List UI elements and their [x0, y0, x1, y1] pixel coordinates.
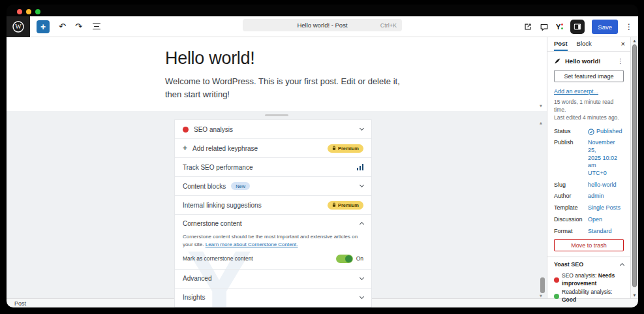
sidebar-scrollbar: ▲ ▼	[630, 37, 638, 298]
editor-scrollbar-down-arrow[interactable]: ▼	[540, 104, 542, 108]
yoast-seo-panel-header[interactable]: Yoast SEO	[554, 257, 624, 271]
post-paragraph[interactable]: Welcome to WordPress. This is your first…	[165, 75, 459, 101]
chevron-up-icon	[360, 222, 364, 227]
metabox-scrollbar-down-arrow[interactable]: ▼	[540, 294, 542, 298]
readability-analysis-result: Readability analysis: Good	[554, 289, 624, 304]
breadcrumb[interactable]: Post	[14, 300, 26, 307]
publish-value[interactable]: November 25, 2025 10:02 am UTC+0	[588, 139, 624, 177]
post-icon	[554, 57, 561, 65]
move-to-trash-button[interactable]: Move to trash	[554, 239, 624, 251]
cornerstone-toggle-state: On	[356, 255, 363, 262]
field-author: Author admin	[554, 193, 624, 200]
yoast-seo-button[interactable]: Y	[556, 23, 563, 31]
field-status: Status Published	[554, 128, 624, 136]
minimize-window-button[interactable]	[26, 9, 31, 14]
section-label: Advanced	[183, 275, 211, 282]
block-inserter-button[interactable]: +	[37, 20, 50, 33]
save-button[interactable]: Save	[592, 20, 618, 34]
sidebar-scrollbar-thumb[interactable]	[632, 44, 637, 287]
section-label: Internal linking suggestions	[183, 202, 262, 209]
cornerstone-toggle[interactable]	[336, 255, 353, 263]
post-actions-menu-button[interactable]: ⋮	[617, 57, 624, 65]
close-sidebar-button[interactable]: ×	[621, 40, 625, 48]
redo-button[interactable]: ↷	[75, 22, 82, 31]
options-menu-button[interactable]: ⋮	[625, 22, 633, 31]
author-value[interactable]: admin	[588, 193, 604, 200]
document-title: Hello world! - Post	[297, 22, 347, 29]
field-format: Format Standard	[554, 228, 624, 236]
add-excerpt-link[interactable]: Add an excerpt...	[554, 88, 598, 95]
cornerstone-learn-more-link[interactable]: Learn more about Cornerstone Content.	[206, 242, 298, 247]
tab-block[interactable]: Block	[577, 37, 592, 51]
section-label: Cornerstone content	[183, 220, 242, 227]
discussion-value[interactable]: Open	[588, 216, 602, 224]
metabox-scrollbar-up-arrow[interactable]: ▲	[540, 121, 542, 125]
metabox-scrollbar-thumb[interactable]	[540, 277, 545, 293]
metabox-resize-handle[interactable]	[265, 114, 288, 116]
maximize-window-button[interactable]	[35, 9, 40, 14]
chevron-up-icon	[620, 263, 624, 268]
advanced-section[interactable]: Advanced	[175, 270, 371, 288]
svg-text:W: W	[15, 23, 22, 30]
undo-button[interactable]: ↶	[59, 22, 66, 31]
status-value[interactable]: Published	[588, 128, 622, 136]
external-link-icon	[523, 22, 532, 31]
yoast-red-dot-icon	[561, 24, 563, 25]
section-label: Add related keyphrase	[192, 145, 258, 152]
yoast-seo-metabox: Y SEO analysis + Add related keyphrase	[174, 119, 372, 307]
view-post-button[interactable]	[523, 22, 532, 31]
insights-section[interactable]: Insights	[175, 289, 371, 307]
scroll-up-arrow[interactable]: ▲	[631, 39, 638, 42]
slug-value[interactable]: hello-world	[588, 181, 617, 189]
section-label: SEO analysis	[194, 126, 233, 133]
seo-analysis-result: SEO analysis: Needs improvement	[554, 272, 624, 287]
published-check-icon	[588, 129, 594, 135]
format-value[interactable]: Standard	[588, 228, 612, 236]
chevron-down-icon	[360, 294, 364, 299]
template-value[interactable]: Single Posts	[588, 204, 621, 212]
cornerstone-content-body: Cornerstone content should be the most i…	[175, 232, 371, 269]
document-overview-button[interactable]	[93, 24, 100, 30]
field-discussion: Discussion Open	[554, 216, 624, 224]
readability-green-dot-icon	[554, 294, 559, 299]
field-slug: Slug hello-world	[554, 181, 624, 189]
scroll-down-arrow[interactable]: ▼	[631, 293, 638, 297]
post-summary-card: Hello world! ⋮	[554, 57, 624, 65]
post-editor-surface[interactable]: Hello world! Welcome to WordPress. This …	[7, 37, 547, 111]
editor-canvas: Hello world! Welcome to WordPress. This …	[7, 37, 547, 298]
browser-window: W + ↶ ↷ Hello world! - Post Ctrl+K	[7, 5, 638, 307]
content-blocks-section[interactable]: Content blocks New	[175, 177, 371, 195]
close-window-button[interactable]	[17, 9, 22, 14]
lock-icon	[332, 146, 336, 151]
chevron-down-icon	[360, 183, 364, 187]
cornerstone-toggle-label: Mark as cornerstone content	[183, 255, 253, 262]
settings-sidebar: Post Block × Hello world! ⋮ Set featured…	[547, 37, 630, 298]
internal-linking-suggestions-section[interactable]: Internal linking suggestions Premium	[175, 196, 371, 214]
command-palette-shortcut: Ctrl+K	[380, 22, 397, 29]
wordpress-logo[interactable]: W	[7, 16, 30, 37]
titlebar	[7, 5, 638, 16]
lock-icon	[332, 202, 336, 208]
field-template: Template Single Posts	[554, 204, 624, 212]
settings-sidebar-toggle[interactable]	[570, 20, 585, 34]
track-seo-performance-section[interactable]: Track SEO performance	[175, 158, 371, 176]
editor-toolbar: W + ↶ ↷ Hello world! - Post Ctrl+K	[7, 16, 638, 37]
command-palette[interactable]: Hello world! - Post Ctrl+K	[243, 19, 402, 31]
cornerstone-content-section[interactable]: Cornerstone content	[175, 215, 371, 232]
seo-analysis-section[interactable]: SEO analysis	[175, 120, 371, 138]
post-meta-info: 15 words, 1 minute read time. Last edite…	[554, 99, 624, 122]
field-publish: Publish November 25, 2025 10:02 am UTC+0	[554, 139, 624, 177]
comments-button[interactable]	[540, 22, 549, 31]
yoast-green-dot-icon	[561, 27, 563, 29]
bar-chart-icon	[357, 164, 364, 170]
add-related-keyphrase-section[interactable]: + Add related keyphrase Premium	[175, 139, 371, 157]
set-featured-image-button[interactable]: Set featured image	[554, 70, 624, 82]
sidebar-panel-icon	[573, 22, 582, 31]
premium-badge: Premium	[328, 201, 363, 210]
comment-icon	[540, 22, 549, 31]
new-badge: New	[231, 182, 250, 190]
seo-red-dot-icon	[554, 277, 559, 283]
tab-post[interactable]: Post	[554, 37, 568, 51]
post-title[interactable]: Hello world!	[165, 48, 254, 69]
wordpress-icon: W	[12, 20, 25, 33]
